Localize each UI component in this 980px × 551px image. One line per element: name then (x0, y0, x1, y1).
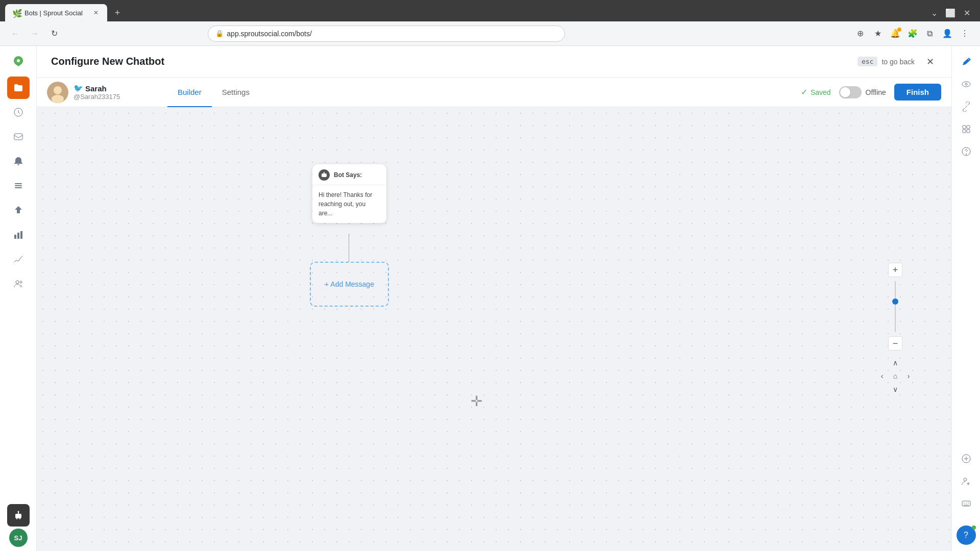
nav-right-button[interactable]: › (902, 370, 915, 382)
editor-header-right: ✓ Saved Offline Finish (801, 84, 941, 101)
back-button[interactable]: ← (8, 27, 22, 41)
extensions-button[interactable]: ⊕ (853, 27, 868, 41)
browser-actions: ⊕ ★ 🔔 🧩 ⧉ 👤 ⋮ (853, 27, 972, 41)
help-online-dot (972, 525, 976, 530)
tab-builder[interactable]: Builder (167, 78, 212, 107)
page-title: Configure New Chatbot (51, 56, 164, 67)
svg-rect-21 (322, 173, 327, 177)
canvas-background (37, 107, 951, 551)
page-header: Configure New Chatbot esc to go back ✕ (37, 46, 951, 78)
right-panel-help-circle[interactable]: ? (957, 525, 976, 545)
minimize-button[interactable]: ⌄ (927, 6, 941, 20)
builder-canvas[interactable]: Bot Says: Hi there! Thanks for reaching … (37, 107, 951, 551)
bot-editor-header: 🐦 Sarah @Sarah233175 Builder Settings ✓ … (37, 78, 951, 107)
maximize-button[interactable]: ⬜ (943, 6, 958, 20)
svg-rect-6 (14, 235, 16, 239)
tab-settings[interactable]: Settings (212, 78, 260, 107)
bot-profile: 🐦 Sarah @Sarah233175 (47, 82, 159, 103)
split-view-button[interactable]: ⧉ (923, 27, 937, 41)
svg-point-19 (54, 86, 62, 94)
svg-point-20 (52, 95, 64, 103)
svg-rect-2 (14, 134, 22, 140)
toggle-label: Offline (866, 88, 886, 96)
sidebar-item-people[interactable] (7, 272, 30, 295)
nav-down-button[interactable]: ∨ (889, 383, 901, 395)
right-panel-link[interactable] (957, 97, 976, 116)
zoom-out-button[interactable]: − (888, 336, 902, 350)
sidebar-item-dashboard[interactable] (7, 101, 30, 123)
saved-check-icon: ✓ (801, 87, 807, 97)
bot-icon (318, 169, 330, 181)
close-window-button[interactable]: ✕ (960, 6, 974, 20)
add-message-button[interactable]: + Add Message (310, 262, 389, 307)
right-panel-keyboard[interactable] (957, 494, 976, 513)
right-panel-compose[interactable] (957, 52, 976, 71)
svg-point-23 (325, 175, 326, 176)
sidebar-item-folders[interactable] (7, 77, 30, 99)
svg-rect-4 (15, 185, 22, 186)
bot-name: Sarah (85, 84, 107, 93)
sidebar-item-publish[interactable] (7, 199, 30, 221)
twitter-icon: 🐦 (74, 84, 83, 93)
sidebar-item-inbox[interactable] (7, 126, 30, 148)
right-panel-add[interactable] (957, 449, 976, 468)
right-panel-eye[interactable] (957, 74, 976, 94)
right-panel-grid[interactable] (957, 119, 976, 139)
tab-close-button[interactable]: ✕ (92, 9, 100, 17)
svg-rect-27 (963, 126, 966, 129)
nav-controls: ∧ ‹ ⌂ › ∨ (876, 357, 915, 395)
user-avatar[interactable]: SJ (9, 529, 28, 547)
tab-favicon: 🌿 (12, 9, 20, 17)
active-tab[interactable]: 🌿 Bots | Sprout Social ✕ (5, 4, 107, 21)
sidebar-logo[interactable] (7, 50, 30, 72)
url-text: app.sproutsocial.com/bots/ (227, 30, 312, 38)
bot-message-card[interactable]: Bot Says: Hi there! Thanks for reaching … (312, 164, 386, 223)
svg-point-34 (964, 478, 967, 481)
svg-rect-30 (967, 130, 970, 133)
bot-handle: @Sarah233175 (74, 93, 120, 101)
sidebar-item-notifications[interactable] (7, 150, 30, 172)
nav-left-button[interactable]: ‹ (876, 370, 888, 382)
svg-point-32 (966, 154, 966, 154)
bot-says-label: Bot Says: (334, 171, 362, 179)
extensions-mgr-button[interactable]: 🧩 (905, 27, 920, 41)
svg-rect-24 (324, 172, 325, 173)
menu-button[interactable]: ⋮ (958, 27, 972, 41)
svg-rect-8 (20, 231, 22, 239)
esc-hint-text: to go back (881, 58, 915, 66)
header-esc-hint: esc to go back ✕ (857, 55, 937, 69)
help-label: ? (964, 531, 968, 540)
sidebar-item-analytics-chart[interactable] (7, 248, 30, 270)
new-tab-button[interactable]: + (110, 6, 125, 20)
nav-up-button[interactable]: ∧ (889, 357, 901, 369)
bookmarks-button[interactable]: ★ (871, 27, 885, 41)
offline-toggle[interactable]: Offline (839, 86, 886, 98)
main-content: Configure New Chatbot esc to go back ✕ (37, 46, 951, 551)
toggle-switch[interactable] (839, 86, 862, 98)
zoom-slider-track[interactable] (895, 281, 896, 332)
right-panel-help[interactable] (957, 142, 976, 161)
profile-button[interactable]: 👤 (940, 27, 954, 41)
notification-badge (897, 28, 901, 32)
sidebar-item-list[interactable] (7, 174, 30, 197)
esc-badge: esc (857, 57, 877, 66)
refresh-button[interactable]: ↻ (47, 27, 61, 41)
nav-home-button[interactable]: ⌂ (889, 370, 901, 382)
zoom-slider-thumb (892, 298, 898, 305)
svg-point-15 (17, 511, 19, 513)
right-panel-user-add[interactable] (957, 471, 976, 491)
forward-button[interactable]: → (28, 27, 42, 41)
saved-label: Saved (811, 88, 831, 96)
finish-button[interactable]: Finish (894, 84, 941, 101)
url-bar[interactable]: 🔒 app.sproutsocial.com/bots/ (208, 26, 565, 42)
saved-status: ✓ Saved (801, 87, 831, 97)
sidebar-item-analytics-bar[interactable] (7, 223, 30, 246)
notifications-button[interactable]: 🔔 (888, 27, 902, 41)
sidebar-item-bots[interactable] (7, 504, 30, 527)
connector-line (349, 234, 349, 262)
svg-point-10 (20, 281, 22, 283)
window-controls: ⌄ ⬜ ✕ (927, 6, 980, 20)
close-button[interactable]: ✕ (923, 55, 937, 69)
zoom-in-button[interactable]: + (888, 263, 902, 277)
svg-rect-5 (15, 187, 22, 188)
